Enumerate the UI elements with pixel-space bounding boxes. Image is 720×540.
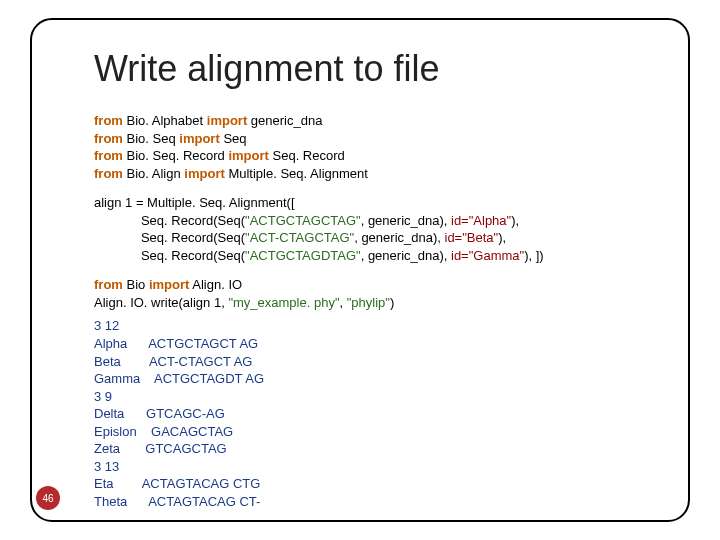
row-prefix: Seq. Record(Seq(	[94, 230, 245, 245]
out-line: Delta GTCAGC-AG	[94, 406, 225, 421]
import-names-0: generic_dna	[251, 113, 323, 128]
id-0: id="Alpha"	[451, 213, 511, 228]
io-fmt: "phylip"	[347, 295, 390, 310]
io-from: Bio	[127, 277, 146, 292]
align-head: align 1 = Multiple. Seq. Alignment([	[94, 195, 295, 210]
out-line: Gamma ACTGCTAGDT AG	[94, 371, 264, 386]
slide: Write alignment to file from Bio. Alphab…	[0, 0, 720, 540]
import-mod-1: Bio. Seq	[127, 131, 176, 146]
kw-from: from	[94, 113, 123, 128]
kw-import: import	[228, 148, 268, 163]
import-mod-2: Bio. Seq. Record	[127, 148, 225, 163]
io-file: "my_example. phy"	[228, 295, 339, 310]
io-imp: Align. IO	[192, 277, 242, 292]
out-line: 3 9	[94, 389, 112, 404]
alignment-block: align 1 = Multiple. Seq. Alignment([ Seq…	[94, 194, 656, 264]
out-line: Epislon GACAGCTAG	[94, 424, 233, 439]
kw-from: from	[94, 131, 123, 146]
page-number: 46	[42, 493, 53, 504]
row-prefix: Seq. Record(Seq(	[94, 213, 245, 228]
seq-2: "ACTGCTAGDTAG"	[245, 248, 361, 263]
row-prefix: Seq. Record(Seq(	[94, 248, 245, 263]
import-mod-3: Bio. Align	[127, 166, 181, 181]
kw-import: import	[149, 277, 189, 292]
import-names-3: Multiple. Seq. Alignment	[228, 166, 367, 181]
io-block: from Bio import Align. IO Align. IO. wri…	[94, 276, 656, 311]
out-line: Theta ACTAGTACAG CT-	[94, 494, 260, 509]
out-line: Beta ACT-CTAGCT AG	[94, 354, 252, 369]
out-line: 3 13	[94, 459, 119, 474]
kw-import: import	[184, 166, 224, 181]
kw-from: from	[94, 148, 123, 163]
slide-frame: Write alignment to file from Bio. Alphab…	[30, 18, 690, 522]
out-line: 3 12	[94, 318, 119, 333]
page-number-badge: 46	[36, 486, 60, 510]
out-line: Alpha ACTGCTAGCT AG	[94, 336, 258, 351]
io-call-pre: Align. IO. write(align 1,	[94, 295, 228, 310]
imports-block: from Bio. Alphabet import generic_dna fr…	[94, 112, 656, 182]
id-2: id="Gamma"	[451, 248, 524, 263]
kw-import: import	[207, 113, 247, 128]
seq-0: "ACTGCTAGCTAG"	[245, 213, 361, 228]
seq-1: "ACT-CTAGCTAG"	[245, 230, 354, 245]
import-mod-0: Bio. Alphabet	[127, 113, 204, 128]
output-block: 3 12 Alpha ACTGCTAGCT AG Beta ACT-CTAGCT…	[94, 317, 656, 510]
out-line: Zeta GTCAGCTAG	[94, 441, 227, 456]
slide-title: Write alignment to file	[94, 48, 656, 90]
kw-from: from	[94, 277, 123, 292]
kw-import: import	[179, 131, 219, 146]
import-names-1: Seq	[223, 131, 246, 146]
id-1: id="Beta"	[445, 230, 499, 245]
import-names-2: Seq. Record	[273, 148, 345, 163]
out-line: Eta ACTAGTACAG CTG	[94, 476, 260, 491]
kw-from: from	[94, 166, 123, 181]
